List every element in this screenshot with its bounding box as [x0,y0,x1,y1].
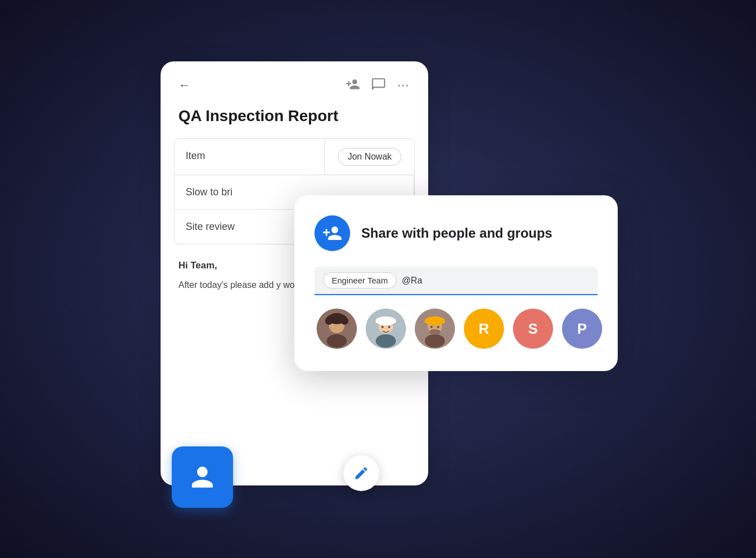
blue-card [172,446,233,508]
svg-point-22 [437,326,439,328]
share-icon-circle [314,215,350,251]
svg-point-21 [430,326,433,328]
share-card: Share with people and groups Engineer Te… [294,195,618,371]
more-icon[interactable]: ⋯ [397,78,410,93]
avatar-person1[interactable] [317,309,357,349]
scene: ← ⋯ QA I [127,39,629,519]
avatar-p-letter: P [577,320,587,338]
avatar-r-letter: R [479,320,490,338]
doc-title: QA Inspection Report [161,103,428,138]
table-cell-jon: Jon Nowak [325,139,414,175]
avatar-person3[interactable] [415,309,455,349]
avatar-s[interactable]: S [513,309,553,349]
svg-rect-19 [425,320,445,323]
doc-header-actions: ⋯ [346,77,410,94]
share-header: Share with people and groups [314,215,598,251]
svg-point-14 [388,326,390,328]
avatar-p[interactable]: P [562,309,602,349]
table-row: Item Jon Nowak [175,139,414,175]
notes-icon[interactable] [371,77,386,94]
back-button[interactable]: ← [178,78,191,93]
svg-point-13 [381,326,384,328]
share-input-area[interactable]: Engineer Team [314,267,598,295]
engineer-team-tag: Engineer Team [323,272,396,288]
svg-point-20 [429,329,440,335]
avatars-row: R S P [314,309,598,349]
doc-header: ← ⋯ [161,61,428,103]
svg-point-6 [327,315,333,322]
table-cell-item: Item [175,139,325,175]
fab-edit-button[interactable] [343,455,379,491]
avatar-r[interactable]: R [464,309,504,349]
avatar-person2[interactable] [366,309,406,349]
share-input[interactable] [402,276,589,286]
svg-point-1 [327,334,347,348]
svg-rect-12 [376,320,396,323]
svg-point-16 [425,334,445,348]
svg-point-9 [376,334,396,348]
share-title: Share with people and groups [361,224,553,242]
avatar-s-letter: S [528,320,537,338]
jon-badge: Jon Nowak [338,148,401,166]
add-person-icon[interactable] [346,77,360,94]
svg-point-7 [340,315,347,322]
